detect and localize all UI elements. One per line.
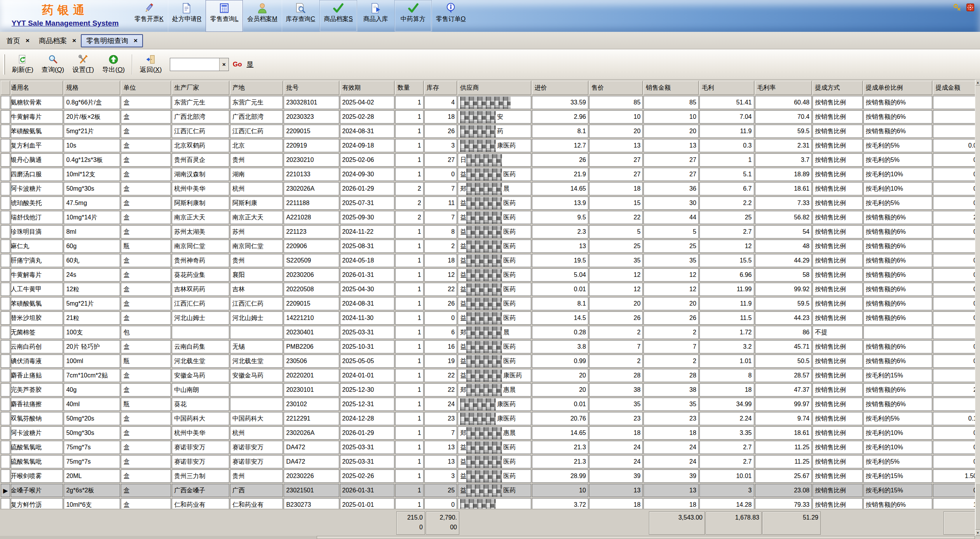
action-button-3[interactable]: 设置(T) [68, 52, 98, 77]
exit-red-icon[interactable] [966, 3, 975, 12]
main-toolbar-button-1[interactable]: 零售开票K [130, 0, 168, 32]
tab-close-icon[interactable]: × [134, 37, 138, 45]
table-row[interactable]: 完美芦荟胶40g盒中山南朗202301012025-12-30122郑惠晨203… [1, 383, 979, 396]
table-row[interactable]: 瑞舒伐他汀10mg*14片盒南京正大天南京正大天A2210282025-09-3… [1, 211, 979, 224]
table-row[interactable]: 硫酸氢氯吡75mg*7s盒赛诺菲安万赛诺菲安万DA4722025-03-3111… [1, 441, 979, 454]
row-selector[interactable] [1, 182, 10, 195]
main-toolbar-button-9[interactable]: 零售订单O [432, 0, 470, 32]
row-selector[interactable] [1, 412, 10, 425]
main-toolbar-button-2[interactable]: 处方申请R [168, 0, 206, 32]
main-toolbar-button-8[interactable]: 中药算方 [394, 0, 432, 32]
column-header-sup[interactable]: 供应商 [458, 81, 531, 95]
table-row[interactable]: ▶金嗓子喉片2g*6s*2板盒广西金嗓子广西230215012026-01-31… [1, 484, 979, 497]
scroll-down-icon[interactable]: ▼ [975, 530, 980, 536]
row-selector[interactable] [1, 283, 10, 296]
column-header-mfr[interactable]: 生产厂家 [172, 81, 229, 95]
row-selector[interactable] [1, 196, 10, 210]
table-row[interactable]: 人工牛黄甲12粒盒吉林双药药吉林202205082025-04-30122益医药… [1, 283, 979, 296]
column-header-comm[interactable]: 提成金额 [933, 81, 979, 95]
row-selector[interactable] [1, 455, 10, 468]
tab-3[interactable]: 零售明细查询× [81, 34, 143, 47]
table-row[interactable]: 复方鲜竹沥10ml*6支盒仁和药业有仁和药业有B2302732025-01-01… [1, 498, 979, 509]
row-selector[interactable] [1, 383, 10, 396]
row-selector[interactable] [1, 240, 10, 253]
table-row[interactable]: 牛黄解毒片24s盒葵花药业集襄阳202302062026-01-31112益医药… [1, 268, 979, 282]
table-row[interactable]: 开喉剑喷雾20ML盒贵州三力制贵州202302262025-02-2613益医药… [1, 469, 979, 483]
vertical-scrollbar[interactable]: ▲ ▼ [975, 80, 980, 536]
vertical-scroll-thumb[interactable] [975, 483, 980, 530]
row-selector[interactable] [1, 168, 10, 181]
display-link[interactable]: 显 [247, 60, 254, 69]
table-row[interactable]: 麝香祛痛擦40ml瓶葵花2301022025-12-31124康医药0.0135… [1, 398, 979, 411]
row-selector[interactable] [1, 139, 10, 152]
table-row[interactable]: 硫酸氢氯吡75mg*7s盒赛诺菲安万赛诺菲安万DA4722025-03-3111… [1, 455, 979, 468]
quick-search-input[interactable] [170, 58, 219, 71]
table-row[interactable]: 氨糖软骨素0.8g*66片/盒盒东营广元生东营广元生2303281012025-… [1, 96, 979, 109]
row-selector[interactable] [1, 225, 10, 238]
table-row[interactable]: 无菌棉签100支包202304012025-03-3116郑晨0.28221.7… [1, 326, 979, 339]
column-header-name[interactable]: 通用名 [11, 81, 63, 95]
row-selector[interactable] [1, 498, 10, 509]
row-selector[interactable] [1, 125, 10, 138]
main-toolbar-button-5[interactable]: 库存查询C [282, 0, 320, 32]
table-row[interactable]: 云南白药创20片 轻巧护盒云南白药集无锡PMB22062025-10-31116… [1, 340, 979, 353]
action-button-2[interactable]: 查询(Q) [38, 52, 68, 77]
table-row[interactable]: 碘伏消毒液100ml瓶河北载生堂河北载生堂2305062025-05-05119… [1, 355, 979, 368]
table-row[interactable]: 琥珀酸美托47.5mg盒阿斯利康制阿斯利康22111882025-07-3121… [1, 196, 979, 210]
tab-close-icon[interactable]: × [26, 37, 30, 45]
column-header-cost[interactable]: 进价 [532, 81, 588, 95]
row-selector[interactable] [1, 254, 10, 267]
tab-2[interactable]: 商品档案× [34, 34, 81, 47]
column-header-spec[interactable]: 规格 [64, 81, 120, 95]
row-selector[interactable] [1, 211, 10, 224]
row-selector[interactable] [1, 311, 10, 325]
column-header-batch[interactable]: 批号 [284, 81, 339, 95]
action-button-1[interactable]: 刷新(F) [7, 52, 38, 77]
clear-search-icon[interactable]: × [219, 58, 228, 71]
table-row[interactable]: 银丹心脑通0.4g*12s*3板盒贵州百灵企贵州202302102025-02-… [1, 153, 979, 167]
column-header-profit[interactable]: 毛利 [699, 81, 754, 95]
action-button-5[interactable]: 返回(X) [136, 52, 166, 77]
row-selector[interactable] [1, 398, 10, 411]
row-selector[interactable] [1, 355, 10, 368]
row-selector[interactable] [1, 441, 10, 454]
row-selector[interactable]: ▶ [1, 484, 10, 497]
column-header-amount[interactable]: 销售金额 [643, 81, 699, 95]
table-row[interactable]: 肝痛宁滴丸60丸盒贵州神奇药贵州S2205092024-05-18118益医药1… [1, 254, 979, 267]
table-row[interactable]: 珍珠明目滴8ml盒苏州太湖美苏州2211232024-11-2218益医药2.3… [1, 225, 979, 238]
row-selector[interactable] [1, 326, 10, 339]
main-toolbar-button-7[interactable]: 商品入库 [357, 0, 394, 32]
table-row[interactable]: 替米沙坦胶21粒盒河北山姆士河北山姆士142212102024-11-3010益… [1, 311, 979, 325]
row-selector[interactable] [1, 297, 10, 310]
table-row[interactable]: 苯磺酸氨氯5mg*21片盒江西汇仁药江西汇仁药22090152024-08-31… [1, 125, 979, 138]
column-header-qty[interactable]: 数量 [395, 81, 424, 95]
table-row[interactable]: 双氯芬酸钠50mg*20s盒中国药科大中国药科大22122912024-12-2… [1, 412, 979, 425]
column-header-method[interactable]: 提成方式 [813, 81, 863, 95]
table-row[interactable]: 四磨汤口服10ml*12支盒湖南汉森制湖南22101332024-09-3010… [1, 168, 979, 181]
table-row[interactable]: 麝香止痛贴7cm*10cm*2贴盒安徽金马药安徽金马药202202012024-… [1, 369, 979, 382]
tab-1[interactable]: 首页× [2, 34, 34, 47]
column-header-expiry[interactable]: 有效期 [340, 81, 394, 95]
column-header-price[interactable]: 售价 [589, 81, 643, 95]
main-toolbar-button-6[interactable]: 商品档案S [319, 0, 357, 32]
table-row[interactable]: 复方利血平10s盒北京双鹤药北京2209192024-09-1813康医药12.… [1, 139, 979, 152]
key-icon[interactable] [953, 3, 961, 12]
row-selector[interactable] [1, 96, 10, 109]
tab-close-icon[interactable]: × [72, 37, 76, 45]
table-row[interactable]: 牛黄解毒片20片/板×2板盒广西北部湾广西北部湾202303232025-02-… [1, 110, 979, 123]
horizontal-scrollbar[interactable] [0, 536, 975, 539]
table-row[interactable]: 麻仁丸60g瓶南京同仁堂南京同仁堂2209062025-08-3112益医药13… [1, 240, 979, 253]
go-button[interactable]: Go [233, 61, 242, 68]
column-header-stock[interactable]: 库存 [424, 81, 457, 95]
column-header-margin[interactable]: 毛利率 [755, 81, 812, 95]
row-selector[interactable] [1, 153, 10, 167]
action-button-4[interactable]: 导出(O) [98, 52, 129, 77]
main-toolbar-button-3[interactable]: 零售查询L [206, 0, 243, 32]
table-row[interactable]: 苯磺酸氨氯5mg*21片盒江西汇仁药江西汇仁药22090152024-08-31… [1, 297, 979, 310]
row-selector[interactable] [1, 110, 10, 123]
column-header-ratio[interactable]: 提成单价比例 [863, 81, 933, 95]
column-header-unit[interactable]: 单位 [121, 81, 171, 95]
horizontal-scroll-thumb[interactable] [317, 536, 975, 539]
row-selector[interactable] [1, 268, 10, 282]
row-selector[interactable] [1, 426, 10, 440]
